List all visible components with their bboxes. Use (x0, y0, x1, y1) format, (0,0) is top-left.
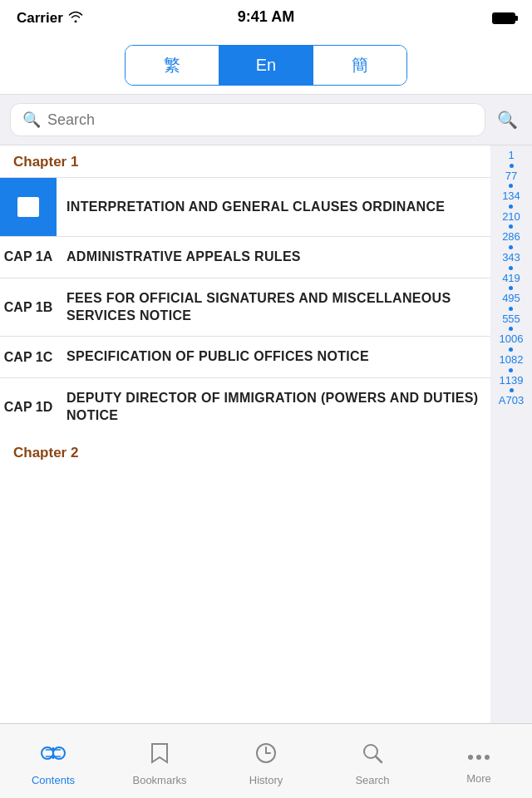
entry-text: ADMINISTRATIVE APPEALS RULES (57, 237, 490, 278)
cap-label-1a: CAP 1A (0, 237, 57, 278)
entry-book-icon (0, 178, 57, 236)
tab-bookmarks[interactable]: Bookmarks (106, 736, 213, 786)
index-item-419[interactable]: 419 (502, 265, 520, 285)
tab-search[interactable]: Search (319, 736, 426, 786)
svg-rect-2 (27, 197, 30, 217)
tab-bar: Contents Bookmarks History Search (0, 723, 532, 798)
more-icon (467, 743, 490, 769)
contents-icon (41, 741, 66, 771)
svg-point-13 (468, 755, 473, 760)
svg-point-15 (485, 755, 490, 760)
lang-traditional-button[interactable]: 繁 (126, 46, 219, 85)
index-item-a703[interactable]: A703 (499, 387, 524, 407)
lang-simplified-button[interactable]: 簡 (313, 46, 406, 85)
carrier-label: Carrier (17, 10, 83, 27)
wifi-icon (68, 10, 83, 27)
svg-point-4 (53, 747, 65, 759)
table-row[interactable]: INTERPRETATION AND GENERAL CLAUSES ORDIN… (0, 177, 490, 236)
entry-text: FEES FOR OFFICIAL SIGNATURES AND MISCELL… (57, 278, 490, 337)
index-item-555[interactable]: 555 (502, 306, 520, 326)
tab-contents-label: Contents (32, 774, 75, 786)
tab-more[interactable]: More (426, 738, 532, 785)
cap-label-1d: CAP 1D (0, 378, 57, 436)
chapter-list[interactable]: Chapter 1 INTERPRETATION AND GENERAL CLA… (0, 145, 490, 752)
svg-line-12 (376, 756, 382, 762)
index-item-343[interactable]: 343 (502, 244, 520, 264)
sidebar-index: 1 77 134 210 286 343 419 495 (490, 145, 532, 752)
cap-label-1b: CAP 1B (0, 278, 57, 337)
index-item-1139[interactable]: 1139 (500, 367, 524, 387)
sidebar-search-button[interactable]: 🔍 (492, 110, 522, 130)
entry-text: SPECIFICATION OF PUBLIC OFFICES NOTICE (57, 337, 490, 377)
svg-point-14 (476, 755, 481, 760)
search-input-wrapper[interactable]: 🔍 (10, 103, 485, 136)
entry-text: INTERPRETATION AND GENERAL CLAUSES ORDIN… (57, 178, 490, 236)
lang-english-button[interactable]: En (219, 46, 313, 85)
index-item-1[interactable]: 1 (508, 149, 514, 162)
entry-text: DEPUTY DIRECTOR OF IMMIGRATION (POWERS A… (57, 378, 490, 436)
search-magnify-icon: 🔍 (22, 111, 41, 129)
index-item-210[interactable]: 210 (502, 204, 520, 224)
svg-rect-1 (29, 197, 39, 217)
index-item-1082[interactable]: 1082 (500, 347, 524, 367)
chapter-1-header: Chapter 1 (0, 145, 490, 177)
search-area: 🔍 🔍 (0, 95, 532, 145)
status-time: 9:41 AM (238, 8, 294, 26)
svg-point-3 (42, 747, 53, 759)
tab-history-label: History (249, 774, 283, 786)
tab-search-label: Search (355, 774, 389, 786)
history-icon (254, 741, 278, 771)
tab-more-label: More (466, 772, 491, 785)
index-item-495[interactable]: 495 (502, 285, 520, 305)
table-row[interactable]: CAP 1C SPECIFICATION OF PUBLIC OFFICES N… (0, 336, 490, 377)
bookmarks-icon (149, 741, 170, 771)
battery-icon (492, 12, 515, 24)
status-bar: Carrier 9:41 AM (0, 0, 532, 37)
tab-contents[interactable]: Contents (0, 736, 106, 786)
index-item-134[interactable]: 134 (502, 183, 520, 203)
index-item-77[interactable]: 77 (505, 163, 517, 183)
svg-rect-0 (17, 197, 27, 217)
main-content: Chapter 1 INTERPRETATION AND GENERAL CLA… (0, 145, 532, 752)
tab-bookmarks-label: Bookmarks (132, 774, 186, 786)
search-input[interactable] (47, 111, 473, 129)
table-row[interactable]: CAP 1A ADMINISTRATIVE APPEALS RULES (0, 236, 490, 278)
index-item-1006[interactable]: 1006 (500, 326, 524, 346)
cap-label-1c: CAP 1C (0, 337, 57, 377)
search-tab-icon (361, 741, 384, 771)
language-selector: 繁 En 簡 (0, 37, 532, 95)
table-row[interactable]: CAP 1D DEPUTY DIRECTOR OF IMMIGRATION (P… (0, 377, 490, 436)
sidebar-search-icon: 🔍 (497, 110, 518, 130)
chapter-2-header: Chapter 2 (0, 436, 490, 468)
lang-button-group: 繁 En 簡 (125, 45, 407, 86)
table-row[interactable]: CAP 1B FEES FOR OFFICIAL SIGNATURES AND … (0, 278, 490, 337)
index-item-286[interactable]: 286 (502, 224, 520, 244)
tab-history[interactable]: History (213, 736, 319, 786)
